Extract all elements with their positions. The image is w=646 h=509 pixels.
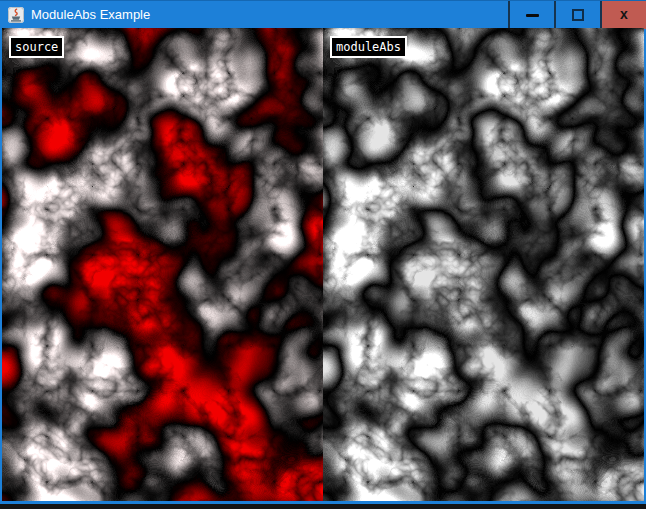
content-area: source xyxy=(2,28,644,501)
close-button[interactable]: x xyxy=(600,1,646,29)
maximize-icon xyxy=(572,9,584,21)
minimize-button[interactable] xyxy=(508,1,554,29)
maximize-button[interactable] xyxy=(554,1,600,29)
java-coffee-cup-icon xyxy=(8,7,24,23)
panel-moduleabs: moduleAbs xyxy=(323,28,644,501)
moduleabs-label: moduleAbs xyxy=(330,36,407,58)
panel-source: source xyxy=(2,28,323,501)
window-controls: x xyxy=(508,1,646,29)
moduleabs-noise-image xyxy=(323,28,644,501)
source-label: source xyxy=(9,36,64,58)
titlebar[interactable]: ModuleAbs Example x xyxy=(0,0,646,28)
window-title: ModuleAbs Example xyxy=(31,1,150,29)
close-icon: x xyxy=(620,7,628,21)
minimize-icon xyxy=(526,14,539,17)
app-window: ModuleAbs Example x xyxy=(0,0,646,504)
source-noise-image xyxy=(2,28,323,501)
